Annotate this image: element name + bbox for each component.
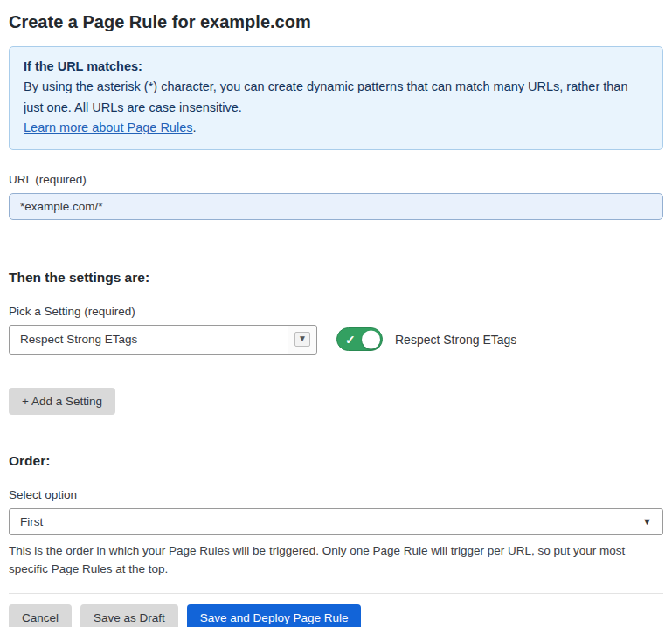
toggle-label: Respect Strong ETags [395,333,516,347]
setting-dropdown-value: Respect Strong ETags [10,333,137,346]
info-box-body: By using the asterisk (*) character, you… [24,77,648,118]
order-help-text: This is the order in which your Page Rul… [9,542,663,579]
page-title: Create a Page Rule for example.com [9,12,663,32]
settings-heading: Then the settings are: [9,270,663,286]
order-select-label: Select option [9,488,663,501]
save-deploy-button[interactable]: Save and Deploy Page Rule [187,604,362,627]
chevron-down-icon: ▼ [642,516,652,527]
etags-toggle[interactable]: ✓ [336,327,383,351]
url-input[interactable] [9,193,663,220]
chevron-down-icon: ▼ [294,332,310,347]
url-match-info-box: If the URL matches: By using the asteris… [9,46,663,150]
info-box-heading: If the URL matches: [24,57,648,77]
cancel-button[interactable]: Cancel [9,604,72,627]
info-box-link-line: Learn more about Page Rules. [24,118,648,138]
save-draft-button[interactable]: Save as Draft [80,604,178,627]
pick-setting-label: Pick a Setting (required) [9,305,663,318]
order-select-value: First [20,515,43,528]
section-divider [9,245,663,245]
learn-more-link[interactable]: Learn more about Page Rules [24,121,192,134]
action-buttons: Cancel Save as Draft Save and Deploy Pag… [9,604,663,627]
link-suffix: . [192,121,196,134]
order-heading: Order: [9,453,663,469]
url-field-label: URL (required) [9,173,663,186]
setting-dropdown[interactable]: Respect Strong ETags ▼ [9,325,317,355]
add-setting-button[interactable]: + Add a Setting [9,388,115,415]
page-rule-form: Create a Page Rule for example.com If th… [0,0,672,627]
check-icon: ✓ [345,333,356,347]
actions-divider [9,593,663,594]
setting-row: Respect Strong ETags ▼ ✓ Respect Strong … [9,325,663,355]
toggle-knob [362,330,380,348]
setting-dropdown-button[interactable]: ▼ [288,326,316,354]
order-select[interactable]: First ▼ [9,508,663,535]
